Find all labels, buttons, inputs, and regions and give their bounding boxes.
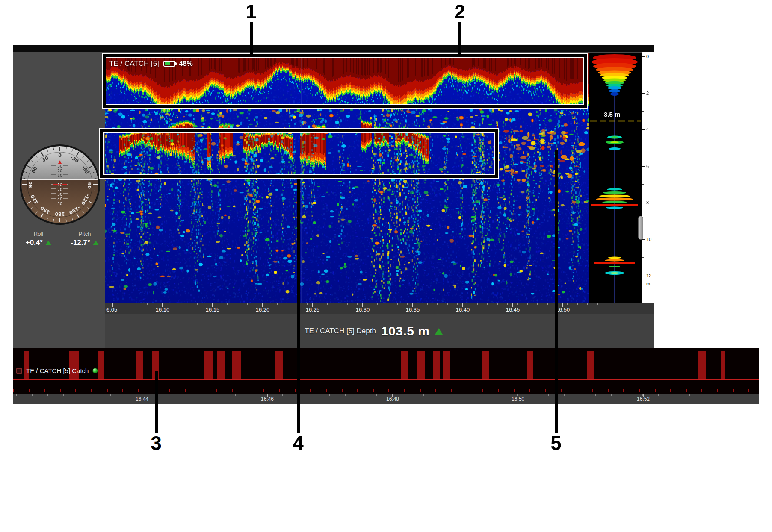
time-tick-label: 6:05 [106, 306, 117, 313]
pitch-label: Pitch [62, 231, 107, 237]
roll-readout: Roll +0.4° [16, 231, 61, 247]
time-tick-label: 16:46 [261, 396, 274, 402]
callout-2-label: 2 [454, 1, 465, 23]
time-tick-label: 16:10 [156, 306, 170, 313]
annotated-screenshot: Roll +0.4° Pitch -12.7° TE / CATCH [5] 4… [0, 0, 772, 532]
catch-time-axis: 16:44 16:46 16:48 16:50 16:52 [13, 394, 759, 404]
annotation-box-surface-layer [103, 54, 587, 108]
catch-event-bar [69, 351, 79, 379]
catch-event-bar [232, 351, 241, 379]
time-tick-label: 16:30 [356, 306, 370, 313]
pitch-value: -12.7° [71, 238, 90, 247]
annotation-box-fish-school [100, 129, 498, 178]
callout-2-line [458, 22, 461, 54]
time-tick-label: 16:48 [386, 396, 399, 402]
depth-readout: TE / CATCH [5] Depth 103.5 m [305, 324, 443, 338]
depth-scale-scrollbar[interactable] [638, 216, 643, 240]
depth-label: TE / CATCH [5] Depth [305, 327, 376, 335]
depth-scale-ticks [642, 56, 646, 287]
time-tick-label: 16:40 [456, 306, 470, 313]
attitude-dial-canvas [19, 144, 101, 225]
catch-event-bar [527, 351, 533, 379]
catch-event-bar [136, 351, 143, 379]
time-tick-label: 16:50 [556, 306, 570, 313]
catch-event-bar [98, 351, 104, 379]
time-tick-label: 16:44 [136, 396, 148, 402]
catch-sensor-swatch-icon [16, 368, 22, 374]
callout-5-label: 5 [550, 432, 562, 454]
pitch-trend-up-icon [93, 241, 99, 245]
catch-event-bar [217, 351, 225, 379]
ascope-panel: 3.5 m [589, 53, 642, 303]
time-tick-label: 16:20 [256, 306, 270, 313]
catch-event-bar [443, 351, 450, 379]
window-titlebar [13, 45, 654, 52]
catch-event-bar [721, 351, 725, 379]
callout-1-label: 1 [246, 1, 257, 23]
depth-trend-up-icon [435, 328, 443, 335]
roll-trend-up-icon [45, 241, 51, 245]
catch-event-bar [433, 351, 440, 379]
time-tick-label: 16:15 [206, 306, 220, 313]
callout-5-line [555, 150, 558, 433]
callout-4-label: 4 [293, 432, 304, 454]
depth-scale-label: 12 [646, 273, 651, 278]
catch-event-bar [275, 351, 283, 379]
catch-sensor-label: TE / CATCH [5] Catch [26, 367, 89, 374]
catch-event-bar [587, 351, 594, 379]
depth-value: 103.5 m [381, 324, 430, 338]
callout-4-line [297, 179, 300, 433]
catch-event-bar [24, 351, 29, 379]
time-tick-label: 16:50 [512, 396, 524, 402]
depth-scale-unit: m [646, 281, 650, 286]
depth-scale-label: 0 [646, 54, 649, 59]
depth-marker-label: 3.5 m [604, 111, 620, 118]
depth-scale-label: 4 [646, 127, 649, 132]
echogram-time-axis: 6:05 16:10 16:15 16:20 16:25 16:30 16:35… [105, 303, 654, 314]
catch-sensor-strip: TE / CATCH [5] Catch [13, 348, 759, 394]
roll-label: Roll [16, 231, 61, 237]
catch-sensor-legend: TE / CATCH [5] Catch [16, 367, 98, 374]
depth-scale-label: 10 [646, 237, 651, 242]
callout-3-label: 3 [151, 432, 162, 454]
catch-event-bar [698, 351, 706, 379]
time-tick-label: 16:52 [637, 396, 650, 402]
catch-event-bar [417, 351, 425, 379]
ascope-canvas [589, 53, 642, 303]
depth-scale: 0 2 4 6 8 10 12 m [642, 52, 654, 304]
status-ok-dot-icon [92, 368, 98, 373]
catch-minor-ticks [13, 389, 759, 392]
catch-event-bar [204, 351, 213, 379]
time-tick-label: 16:25 [306, 306, 320, 313]
time-tick-label: 16:35 [406, 306, 420, 313]
catch-baseline [13, 379, 759, 380]
time-tick-label: 16:45 [506, 306, 520, 313]
roll-value: +0.4° [26, 238, 43, 247]
depth-scale-label: 8 [646, 200, 649, 205]
catch-event-bar [401, 351, 408, 379]
pitch-readout: Pitch -12.7° [62, 231, 107, 247]
depth-scale-label: 6 [646, 164, 649, 169]
callout-3-line [155, 371, 158, 433]
callout-1-line [250, 22, 253, 54]
depth-scale-label: 2 [646, 91, 649, 96]
catch-bars [13, 348, 759, 394]
catch-event-bar [482, 351, 489, 379]
